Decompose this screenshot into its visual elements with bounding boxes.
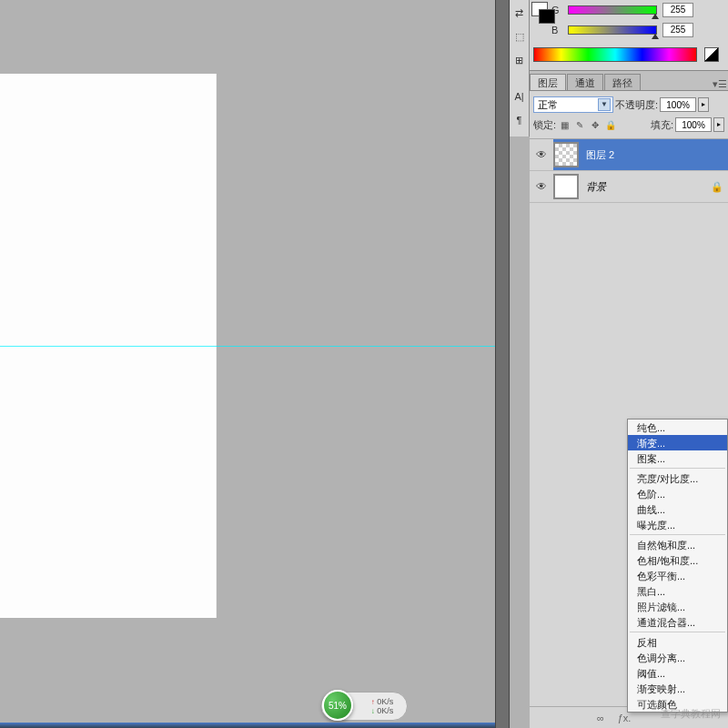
menu-brightness[interactable]: 亮度/对比度... bbox=[628, 470, 727, 486]
layer-row-layer2[interactable]: 👁 图层 2 bbox=[530, 139, 728, 171]
lock-position-icon[interactable]: ✥ bbox=[589, 118, 602, 131]
lock-label: 锁定: bbox=[533, 118, 556, 132]
menu-vibrance[interactable]: 自然饱和度... bbox=[628, 537, 727, 552]
menu-channel-mixer[interactable]: 通道混合器... bbox=[628, 614, 727, 630]
b-value[interactable]: 255 bbox=[662, 23, 693, 37]
canvas-workspace bbox=[0, 0, 495, 728]
menu-invert[interactable]: 反相 bbox=[628, 634, 727, 650]
opacity-label: 不透明度: bbox=[615, 98, 658, 112]
opacity-input[interactable]: 100% bbox=[660, 97, 696, 112]
blend-mode-select[interactable]: 正常 ▼ bbox=[533, 96, 613, 113]
lock-all-icon[interactable]: 🔒 bbox=[604, 118, 617, 131]
swap-icon[interactable]: ⇄ bbox=[511, 5, 528, 21]
visibility-eye-icon[interactable]: 👁 bbox=[530, 180, 553, 193]
layers-controls: 正常 ▼ 不透明度: 100% ▸ 锁定: ▦ ✎ ✥ 🔒 填充: 100% ▸ bbox=[530, 91, 728, 139]
taskbar bbox=[0, 723, 495, 728]
menu-separator bbox=[630, 468, 725, 469]
layer-name[interactable]: 背景 bbox=[586, 180, 706, 194]
visibility-eye-icon[interactable]: 👁 bbox=[530, 139, 553, 170]
adjustment-layer-menu: 纯色... 渐变... 图案... 亮度/对比度... 色阶... 曲线... … bbox=[627, 419, 728, 713]
color-panel: G 255 B 255 bbox=[530, 0, 728, 71]
menu-pattern[interactable]: 图案... bbox=[628, 450, 727, 466]
b-label: B bbox=[551, 25, 562, 35]
upload-arrow-icon: ↑ bbox=[371, 698, 375, 706]
opacity-flyout-icon[interactable]: ▸ bbox=[698, 97, 709, 112]
b-slider[interactable] bbox=[568, 25, 657, 35]
menu-photo-filter[interactable]: 照片滤镜... bbox=[628, 599, 727, 614]
menu-levels[interactable]: 色阶... bbox=[628, 486, 727, 501]
tab-layers[interactable]: 图层 bbox=[530, 74, 566, 90]
fill-flyout-icon[interactable]: ▸ bbox=[713, 117, 724, 132]
menu-bw[interactable]: 黑白... bbox=[628, 583, 727, 599]
horizontal-guide[interactable] bbox=[0, 346, 495, 347]
menu-hue[interactable]: 色相/饱和度... bbox=[628, 552, 727, 568]
menu-posterize[interactable]: 色调分离... bbox=[628, 650, 727, 665]
char-panel-type-icon[interactable]: A| bbox=[511, 88, 528, 105]
menu-color-balance[interactable]: 色彩平衡... bbox=[628, 568, 727, 583]
slider-handle-icon[interactable] bbox=[652, 14, 659, 19]
watermark-text: 查字典教程网 bbox=[661, 707, 721, 721]
link-layers-icon[interactable]: ∞ bbox=[593, 711, 608, 725]
status-percent-badge[interactable]: 51% bbox=[322, 690, 353, 721]
download-arrow-icon: ↓ bbox=[371, 707, 375, 715]
menu-exposure[interactable]: 曝光度... bbox=[628, 517, 727, 532]
background-swatch[interactable] bbox=[539, 9, 555, 24]
g-slider[interactable] bbox=[568, 5, 657, 15]
status-percent: 51% bbox=[329, 701, 347, 711]
tab-paths[interactable]: 路径 bbox=[604, 74, 641, 90]
tab-channels[interactable]: 通道 bbox=[567, 74, 603, 90]
g-value[interactable]: 255 bbox=[662, 3, 693, 17]
tool-palette: ⇄ ⬚ ⊞ A| ¶ bbox=[510, 0, 530, 136]
bw-picker[interactable] bbox=[704, 47, 719, 62]
menu-gradient[interactable]: 渐变... bbox=[628, 435, 727, 450]
lock-pixels-icon[interactable]: ✎ bbox=[573, 118, 586, 131]
panel-divider bbox=[495, 0, 510, 728]
fill-input[interactable]: 100% bbox=[675, 117, 712, 132]
menu-separator bbox=[630, 534, 725, 535]
panel-tab-bar: 图层 通道 路径 ▾☰ bbox=[530, 71, 728, 91]
screenmode-icon[interactable]: ⊞ bbox=[511, 52, 528, 68]
menu-solid-color[interactable]: 纯色... bbox=[628, 420, 727, 435]
spectrum-picker[interactable] bbox=[533, 47, 697, 62]
paragraph-icon[interactable]: ¶ bbox=[511, 112, 528, 128]
blend-mode-value: 正常 bbox=[538, 98, 558, 112]
upload-speed: 0K/s bbox=[377, 697, 393, 706]
download-speed: 0K/s bbox=[377, 706, 393, 715]
slider-handle-icon[interactable] bbox=[652, 34, 659, 39]
layer-row-background[interactable]: 👁 背景 🔒 bbox=[530, 171, 728, 203]
menu-gradient-map[interactable]: 渐变映射... bbox=[628, 681, 727, 696]
lock-icon[interactable]: 🔒 bbox=[706, 181, 728, 193]
panel-menu-icon[interactable]: ▾☰ bbox=[712, 78, 728, 90]
chevron-down-icon: ▼ bbox=[598, 98, 611, 111]
menu-curves[interactable]: 曲线... bbox=[628, 501, 727, 517]
layer-name[interactable]: 图层 2 bbox=[586, 148, 728, 162]
layer-thumbnail[interactable] bbox=[553, 174, 579, 199]
fill-label: 填充: bbox=[651, 118, 673, 132]
layer-list: 👁 图层 2 👁 背景 🔒 bbox=[530, 139, 728, 203]
separator bbox=[511, 76, 528, 81]
menu-separator bbox=[630, 632, 725, 632]
lock-transparency-icon[interactable]: ▦ bbox=[558, 118, 571, 131]
menu-threshold[interactable]: 阈值... bbox=[628, 665, 727, 681]
quickmask-icon[interactable]: ⬚ bbox=[511, 28, 528, 45]
layer-thumbnail[interactable] bbox=[553, 142, 579, 167]
